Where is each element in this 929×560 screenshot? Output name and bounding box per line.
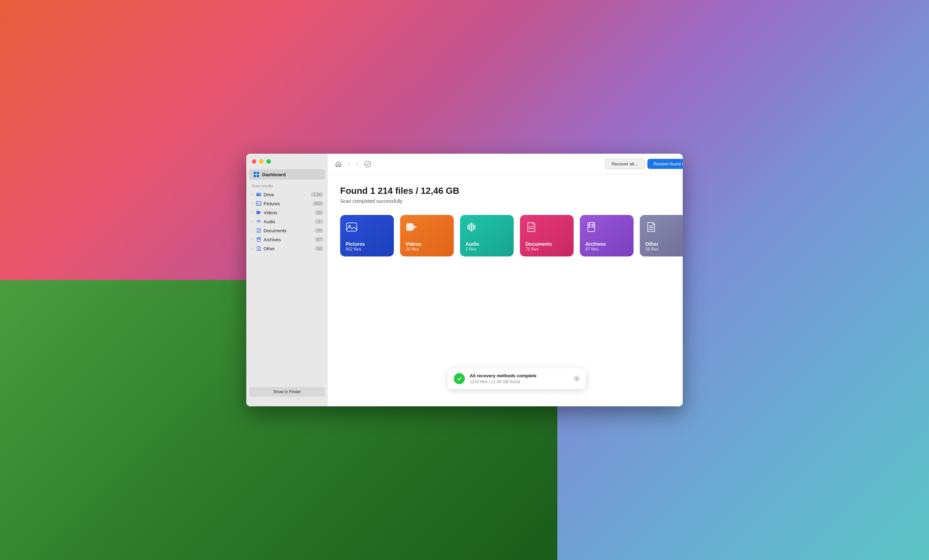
back-button[interactable]: ‹ bbox=[345, 160, 353, 168]
audio-icon bbox=[256, 219, 262, 224]
found-title: Found 1 214 files / 12,46 GB bbox=[340, 185, 683, 196]
chevron-icon: › bbox=[250, 202, 254, 205]
sidebar-item-pictures[interactable]: › Pictures 902 bbox=[246, 199, 328, 208]
documents-card-count: 70 files bbox=[526, 247, 568, 252]
audio-card-name: Audio bbox=[466, 241, 508, 247]
svg-rect-7 bbox=[256, 202, 261, 206]
sidebar-documents-label: Documents bbox=[264, 228, 313, 233]
sidebar-archives-label: Archives bbox=[264, 237, 313, 242]
sidebar-pictures-label: Pictures bbox=[264, 201, 310, 206]
chevron-icon: › bbox=[250, 193, 254, 196]
sidebar-audio-label: Audio bbox=[264, 219, 313, 224]
nav-buttons: ‹ › bbox=[345, 160, 361, 168]
chevron-icon: › bbox=[250, 247, 254, 250]
toast-notification: All recovery methods complete 1214 files… bbox=[448, 368, 586, 389]
cards-grid: Pictures 902 files Videos 20 files bbox=[340, 215, 683, 257]
pictures-card-count: 902 files bbox=[346, 247, 388, 252]
svg-point-21 bbox=[364, 161, 371, 167]
show-in-finder-button[interactable]: Show in Finder bbox=[249, 387, 325, 397]
sidebar-item-drive[interactable]: › Drive 1,1K bbox=[246, 190, 328, 199]
other-card-text: Other 38 files bbox=[645, 241, 683, 252]
recover-all-button[interactable]: Recover all... bbox=[605, 159, 645, 169]
sidebar-bottom: Show in Finder bbox=[246, 383, 328, 401]
sidebar-archives-count: 87 bbox=[314, 237, 323, 242]
card-audio[interactable]: Audio 2 files bbox=[460, 215, 514, 257]
review-found-button[interactable]: Review found items bbox=[647, 159, 683, 169]
audio-card-icon bbox=[466, 221, 508, 233]
sidebar-item-other[interactable]: › Other 38 bbox=[246, 244, 328, 253]
sidebar-item-documents[interactable]: › Documents 70 bbox=[246, 226, 328, 235]
pictures-icon bbox=[256, 201, 262, 206]
svg-rect-1 bbox=[257, 172, 259, 174]
card-pictures[interactable]: Pictures 902 files bbox=[340, 215, 394, 257]
sidebar-pictures-count: 902 bbox=[313, 201, 323, 206]
toast-content: All recovery methods complete 1214 files… bbox=[470, 373, 569, 384]
main-content: ‹ › Recover all... Review found items Fo… bbox=[328, 154, 683, 406]
sidebar-documents-count: 70 bbox=[314, 228, 323, 233]
archives-card-name: Archives bbox=[586, 241, 628, 247]
other-card-count: 38 files bbox=[645, 247, 683, 252]
svg-point-6 bbox=[260, 194, 261, 196]
other-card-icon bbox=[645, 221, 683, 233]
pictures-card-name: Pictures bbox=[346, 241, 388, 247]
videos-icon bbox=[256, 210, 262, 215]
maximize-button[interactable] bbox=[266, 159, 271, 164]
card-other[interactable]: Other 38 files bbox=[640, 215, 683, 257]
svg-rect-9 bbox=[256, 211, 260, 214]
sidebar-drive-label: Drive bbox=[264, 192, 309, 197]
card-archives[interactable]: Archives 87 files bbox=[580, 215, 633, 257]
sidebar-item-audio[interactable]: › Audio 2 bbox=[246, 217, 328, 226]
videos-card-name: Videos bbox=[406, 241, 448, 247]
audio-card-count: 2 files bbox=[466, 247, 508, 252]
documents-icon bbox=[256, 228, 262, 233]
sidebar: Dashboard Scan results › Drive 1,1K › bbox=[246, 154, 328, 406]
card-videos[interactable]: Videos 20 files bbox=[400, 215, 454, 257]
chevron-icon: › bbox=[250, 238, 254, 241]
found-subtitle: Scan completed successfully bbox=[340, 198, 683, 204]
dashboard-label: Dashboard bbox=[262, 172, 286, 177]
svg-rect-0 bbox=[254, 172, 256, 174]
toolbar: ‹ › Recover all... Review found items bbox=[328, 154, 683, 174]
page-body: Found 1 214 files / 12,46 GB Scan comple… bbox=[328, 174, 683, 406]
documents-card-icon bbox=[526, 221, 568, 233]
videos-card-count: 20 files bbox=[406, 247, 448, 252]
documents-card-name: Documents bbox=[526, 241, 568, 247]
documents-card-text: Documents 70 files bbox=[526, 241, 568, 252]
drive-icon bbox=[256, 192, 262, 197]
toast-title: All recovery methods complete bbox=[470, 373, 569, 378]
dashboard-item[interactable]: Dashboard bbox=[249, 169, 325, 180]
svg-rect-24 bbox=[406, 223, 413, 231]
sidebar-audio-count: 2 bbox=[314, 219, 323, 224]
app-window: Dashboard Scan results › Drive 1,1K › bbox=[246, 154, 683, 406]
scan-results-label: Scan results bbox=[246, 184, 328, 188]
archives-card-count: 87 files bbox=[586, 247, 628, 252]
toast-close-button[interactable]: × bbox=[573, 375, 580, 382]
archives-card-text: Archives 87 files bbox=[586, 241, 628, 252]
other-icon bbox=[256, 246, 262, 251]
svg-rect-2 bbox=[254, 175, 256, 177]
forward-button[interactable]: › bbox=[353, 160, 361, 168]
chevron-icon: › bbox=[250, 229, 254, 232]
toast-subtitle: 1214 files / 12,46 GB found bbox=[470, 379, 569, 384]
chevron-icon: › bbox=[250, 220, 254, 223]
sidebar-videos-label: Videos bbox=[264, 210, 313, 215]
audio-card-text: Audio 2 files bbox=[466, 241, 508, 252]
svg-rect-22 bbox=[346, 223, 357, 231]
archives-card-icon bbox=[586, 221, 628, 233]
sidebar-other-count: 38 bbox=[314, 246, 323, 251]
sidebar-item-archives[interactable]: › Archives 87 bbox=[246, 235, 328, 244]
sidebar-drive-count: 1,1K bbox=[311, 192, 323, 197]
status-check-icon bbox=[364, 160, 371, 168]
svg-marker-10 bbox=[260, 211, 261, 214]
close-button[interactable] bbox=[252, 159, 256, 164]
sidebar-item-videos[interactable]: › Videos 20 bbox=[246, 208, 328, 217]
traffic-lights bbox=[246, 159, 328, 169]
svg-rect-3 bbox=[257, 175, 259, 177]
archives-icon bbox=[256, 237, 262, 242]
card-documents[interactable]: Documents 70 files bbox=[520, 215, 573, 257]
videos-card-icon bbox=[406, 221, 448, 233]
toast-success-icon bbox=[454, 373, 465, 384]
minimize-button[interactable] bbox=[259, 159, 264, 164]
dashboard-icon bbox=[253, 171, 259, 177]
home-button[interactable] bbox=[334, 160, 342, 168]
